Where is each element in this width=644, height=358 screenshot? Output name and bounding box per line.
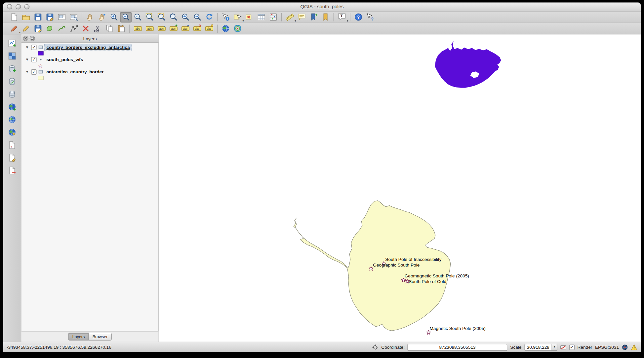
help-button[interactable]: ?: [352, 12, 364, 22]
add-spatialite-layer-button[interactable]: [6, 76, 18, 87]
change-label-button[interactable]: abc: [168, 23, 180, 34]
paste-features-button[interactable]: [115, 23, 127, 34]
delete-selected-button[interactable]: [80, 23, 92, 34]
stop-render-icon[interactable]: [560, 344, 566, 350]
collapse-arrow-icon[interactable]: ▼: [25, 70, 30, 74]
open-project-button[interactable]: [20, 12, 32, 22]
highlight-labels-icon: abc: [205, 24, 214, 33]
log-messages-icon[interactable]: [631, 344, 637, 350]
current-edits-button[interactable]: ▾: [8, 23, 20, 34]
labeling-settings-button[interactable]: abc: [132, 23, 144, 34]
panel-tab-browser[interactable]: Browser: [89, 333, 112, 341]
open-globe-button[interactable]: [220, 23, 232, 34]
crs-status-icon[interactable]: [622, 344, 628, 350]
svg-text:abc: abc: [183, 27, 187, 30]
layer-row[interactable]: ▼✓country_borders_excluding_antarctica: [21, 44, 159, 51]
node-tool-button[interactable]: [68, 23, 80, 34]
open-attribute-table-button[interactable]: [256, 12, 267, 22]
cut-features-button[interactable]: [92, 23, 103, 34]
field-calculator-button[interactable]: [267, 12, 279, 22]
toggle-editing-button[interactable]: [20, 23, 32, 34]
new-project-button[interactable]: [8, 12, 20, 22]
composer-manager-icon: [69, 13, 78, 21]
measure-button[interactable]: ▾: [284, 12, 296, 22]
coordinate-capture-icon[interactable]: [372, 344, 379, 350]
map-canvas[interactable]: South Pole of InaccessibilityGeographic …: [159, 34, 641, 341]
collapse-arrow-icon[interactable]: ▼: [25, 45, 30, 49]
whats-this-button[interactable]: ?: [364, 12, 376, 22]
capture-point-button[interactable]: [44, 23, 56, 34]
pan-to-selection-button[interactable]: [96, 12, 108, 22]
new-print-composer-icon: [58, 13, 66, 21]
panel-close-icon[interactable]: [23, 36, 28, 41]
dropdown-arrow-icon[interactable]: ▾: [347, 19, 348, 22]
pin-labels-button[interactable]: abc: [180, 23, 191, 34]
new-shapefile-layer-button[interactable]: [6, 152, 18, 163]
add-postgis-layer-button[interactable]: [6, 63, 18, 74]
remove-layer-button[interactable]: [6, 165, 18, 175]
add-wcs-layer-button[interactable]: [6, 114, 18, 125]
titlebar[interactable]: QGIS - south_poles: [3, 2, 641, 11]
move-label-button[interactable]: abc: [144, 23, 156, 34]
show-bookmarks-button[interactable]: [320, 12, 332, 22]
zoom-window-button[interactable]: [24, 4, 29, 9]
select-features-button[interactable]: ▾: [232, 12, 244, 22]
add-wfs-layer-button[interactable]: [6, 127, 18, 137]
scale-combobox[interactable]: 30,918,228 ▾: [524, 343, 557, 350]
layer-name[interactable]: south_poles_wfs: [45, 56, 85, 62]
identify-features-button[interactable]: i: [220, 12, 232, 22]
collapse-arrow-icon[interactable]: ▼: [25, 57, 30, 61]
layer-visibility-checkbox[interactable]: ✓: [31, 57, 36, 62]
color-swatch: [38, 51, 43, 55]
highlight-labels-button[interactable]: abc: [203, 23, 215, 34]
layer-visibility-checkbox[interactable]: ✓: [31, 69, 36, 74]
save-layer-edits-button[interactable]: [32, 23, 44, 34]
svg-text:1:1: 1:1: [136, 16, 139, 18]
save-project-button[interactable]: [32, 12, 44, 22]
pan-map-button[interactable]: [84, 12, 96, 22]
close-window-button[interactable]: [7, 4, 12, 9]
layer-name[interactable]: antarctica_country_border: [45, 69, 105, 75]
new-bookmark-button[interactable]: [307, 12, 319, 22]
text-annotation-button[interactable]: T▾: [336, 12, 348, 22]
coordinate-input[interactable]: [408, 343, 507, 350]
layer-row[interactable]: ▼✓antarctica_country_border: [21, 68, 159, 75]
add-delimited-text-layer-button[interactable]: ,: [6, 139, 18, 150]
add-vector-layer-button[interactable]: [6, 38, 18, 48]
add-wcs-layer-icon: [8, 115, 17, 124]
copy-features-button[interactable]: [103, 23, 115, 34]
new-print-composer-button[interactable]: [56, 12, 68, 22]
add-mssql-layer-button[interactable]: [6, 89, 18, 99]
zoom-to-selection-button[interactable]: [156, 12, 168, 22]
chevron-down-icon[interactable]: ▾: [551, 344, 557, 350]
zoom-out-button[interactable]: [120, 12, 132, 22]
cut-features-icon: [93, 24, 102, 33]
zoom-full-extent-button[interactable]: [144, 12, 156, 22]
composer-manager-button[interactable]: [68, 12, 80, 22]
zoom-actual-size-button[interactable]: 1:1: [132, 12, 144, 22]
layer-visibility-checkbox[interactable]: ✓: [31, 45, 36, 50]
help-icon: ?: [354, 13, 363, 21]
add-wms-layer-button[interactable]: [6, 101, 18, 112]
refresh-map-button[interactable]: [203, 12, 215, 22]
panel-detach-icon[interactable]: [29, 36, 35, 41]
zoom-next-button[interactable]: [191, 12, 203, 22]
add-raster-layer-button[interactable]: [6, 51, 18, 61]
minimize-window-button[interactable]: [16, 4, 21, 9]
python-console-button[interactable]: [232, 23, 244, 34]
layer-name[interactable]: country_borders_excluding_antarctica: [45, 44, 131, 50]
zoom-to-layer-button[interactable]: [168, 12, 180, 22]
zoom-last-button[interactable]: [180, 12, 191, 22]
current-edits-icon: [10, 24, 19, 33]
zoom-in-button[interactable]: [108, 12, 120, 22]
svg-text:abc: abc: [159, 27, 164, 30]
deselect-features-button[interactable]: [244, 12, 256, 22]
save-project-as-button[interactable]: [44, 12, 56, 22]
show-hide-labels-button[interactable]: abc: [191, 23, 203, 34]
map-tips-button[interactable]: [296, 12, 307, 22]
rotate-label-button[interactable]: abc: [156, 23, 168, 34]
panel-tab-layers[interactable]: Layers: [68, 333, 89, 341]
render-checkbox[interactable]: ✓: [569, 344, 575, 350]
capture-line-button[interactable]: [56, 23, 68, 34]
panel-title: Layers: [83, 36, 97, 41]
